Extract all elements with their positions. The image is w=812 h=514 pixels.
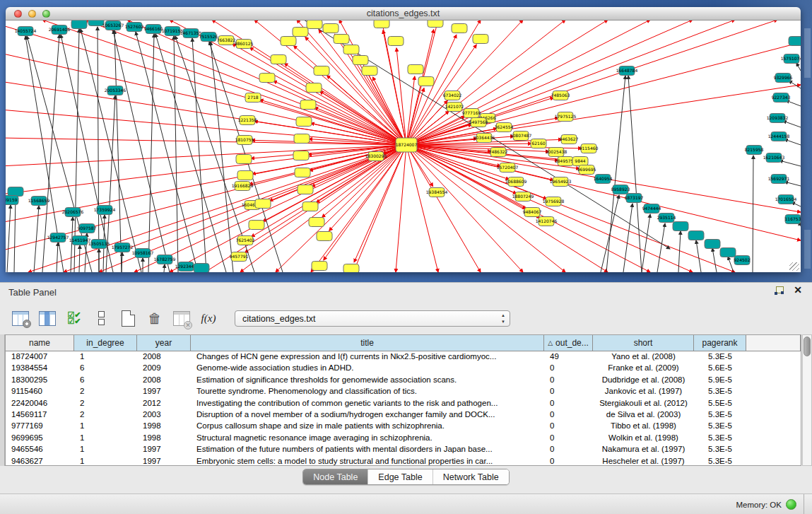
graph-node[interactable]: 9844 — [572, 157, 588, 166]
table-row[interactable]: 946554611997Estimation of the future num… — [6, 444, 801, 455]
create-column-button[interactable] — [116, 307, 140, 329]
graph-node[interactable]: 14055724 — [15, 27, 37, 36]
graph-node[interactable] — [362, 66, 377, 76]
graph-node[interactable]: 9777169 — [462, 109, 481, 118]
citation-network-graph[interactable]: 1872400714055724206914061065326715276029… — [6, 21, 801, 272]
unselect-all-columns-button[interactable] — [89, 307, 113, 329]
table-row[interactable]: 1938455462009Genome-wide association stu… — [6, 363, 801, 374]
graph-node[interactable]: 9699695 — [577, 165, 596, 175]
graph-node[interactable]: 39159 — [6, 196, 18, 205]
graph-node[interactable]: 9484067 — [523, 208, 542, 217]
graph-node[interactable]: 15692971 — [768, 175, 790, 184]
graph-node[interactable] — [418, 77, 434, 86]
graph-node[interactable] — [294, 134, 310, 144]
table-row[interactable]: 1456911722003Disruption of a novel membe… — [6, 409, 801, 421]
graph-node[interactable]: 6497568 — [469, 118, 488, 127]
graph-node[interactable]: 14120746 — [536, 217, 558, 226]
graph-node[interactable]: 7485063 — [551, 91, 570, 100]
graph-node[interactable] — [236, 155, 252, 164]
graph-node[interactable] — [295, 168, 310, 177]
graph-node[interactable]: 12444158 — [768, 132, 790, 141]
table-row[interactable]: 969969511998Structural magnetic resonanc… — [6, 433, 801, 444]
column-header-pagerank[interactable]: pagerank — [694, 335, 746, 351]
graph-node[interactable]: 10688609 — [505, 177, 527, 187]
graph-node[interactable]: 19384554 — [426, 188, 448, 197]
graph-node[interactable]: 10807487 — [510, 132, 532, 141]
table-mode-button[interactable] — [8, 307, 33, 329]
graph-node[interactable] — [249, 221, 264, 230]
graph-node[interactable]: 6734022 — [443, 91, 462, 100]
tab-node-table[interactable]: Node Table — [303, 469, 368, 484]
graph-node[interactable] — [237, 171, 253, 180]
show-columns-button[interactable] — [35, 307, 59, 329]
graph-node[interactable]: 19166829 — [232, 182, 254, 191]
graph-node[interactable] — [259, 74, 275, 83]
graph-node[interactable]: 11568659 — [28, 197, 50, 206]
graph-node[interactable]: 15751074 — [781, 54, 801, 64]
graph-node[interactable]: 1527602 — [125, 23, 144, 32]
graph-node[interactable] — [71, 21, 87, 29]
graph-node[interactable]: 20206576 — [62, 208, 84, 217]
graph-node[interactable]: 9474444 — [642, 204, 661, 214]
graph-node[interactable]: 9457791 — [230, 252, 249, 262]
graph-node[interactable]: 10653267 — [102, 21, 124, 30]
graph-node[interactable]: 1421072 — [445, 103, 464, 112]
table-row[interactable]: 977716911998Corpus callosum shape and si… — [6, 421, 801, 432]
float-panel-icon[interactable] — [775, 286, 784, 295]
graph-node[interactable] — [314, 66, 329, 76]
table-row[interactable]: 1830029562008Estimation of significance … — [6, 375, 801, 386]
column-header-short[interactable]: short — [593, 335, 694, 351]
graph-node[interactable] — [705, 240, 720, 249]
graph-node[interactable] — [307, 21, 322, 29]
graph-node[interactable]: 18300295 — [365, 152, 387, 161]
graph-node[interactable]: 20691406 — [49, 25, 71, 35]
graph-node[interactable]: 20364436 — [473, 134, 495, 143]
window-resize-grip[interactable] — [789, 262, 799, 271]
graph-node[interactable]: 16782759 — [154, 255, 176, 264]
table-row[interactable]: 1872400712008Changes of HCN gene express… — [6, 351, 801, 363]
graph-node[interactable] — [388, 37, 404, 46]
graph-node[interactable]: 9329966 — [774, 74, 793, 83]
column-header-in-degree[interactable]: in_degree — [74, 335, 137, 351]
graph-node[interactable] — [720, 248, 736, 257]
graph-node[interactable] — [374, 21, 389, 28]
graph-node[interactable]: 8958923 — [611, 185, 630, 194]
table-row[interactable]: 946362711997Embryonic stem cells: a mode… — [6, 456, 801, 466]
graph-node[interactable]: 9097587 — [78, 224, 97, 233]
graph-node[interactable]: 1221358 — [238, 116, 257, 125]
graph-node[interactable]: 1640954 — [594, 175, 613, 184]
graph-node[interactable]: 7515526 — [199, 33, 218, 42]
graph-node[interactable]: 20053346 — [105, 86, 126, 95]
tab-network-table[interactable]: Network Table — [433, 469, 509, 484]
graph-node[interactable]: 10958167 — [132, 249, 154, 258]
graph-node[interactable]: 12942757 — [47, 233, 69, 243]
graph-node[interactable] — [673, 222, 688, 231]
close-panel-icon[interactable]: ✕ — [794, 286, 802, 295]
graph-node[interactable] — [306, 83, 322, 93]
graph-node[interactable] — [8, 187, 23, 197]
table-row[interactable]: 2242004622012Investigating the contribut… — [6, 398, 801, 409]
graph-node[interactable] — [343, 45, 359, 54]
graph-node[interactable]: 3624554 — [495, 123, 514, 132]
graph-node[interactable]: 17359924 — [94, 206, 116, 215]
column-header-out-de-[interactable]: △out_de... — [544, 335, 593, 351]
column-header-name[interactable]: name — [6, 335, 74, 351]
graph-node[interactable]: 9466160 — [144, 25, 163, 34]
graph-node[interactable]: 2935114 — [657, 214, 676, 223]
graph-node[interactable] — [473, 35, 488, 44]
graph-node[interactable] — [88, 21, 104, 26]
window-titlebar[interactable]: citations_edges.txt — [6, 7, 801, 21]
graph-node[interactable] — [312, 262, 327, 271]
table-scrollbar[interactable] — [802, 334, 812, 466]
table-row[interactable]: 911546021997Tourette syndrome. Phenomeno… — [6, 386, 801, 397]
graph-node[interactable]: 7663822 — [217, 36, 236, 45]
graph-hub-node[interactable]: 18724007 — [396, 138, 418, 152]
graph-node[interactable] — [296, 117, 312, 127]
select-all-columns-button[interactable]: ☑✔☑✔ — [62, 307, 86, 329]
graph-node[interactable] — [452, 24, 467, 33]
table-selector-dropdown[interactable]: citations_edges.txt ▲▼ — [235, 310, 510, 327]
graph-node[interactable] — [309, 218, 324, 227]
graph-node[interactable]: 924502 — [734, 256, 751, 265]
column-header-title[interactable]: title — [191, 335, 544, 351]
graph-node[interactable]: 2718 — [245, 93, 261, 103]
